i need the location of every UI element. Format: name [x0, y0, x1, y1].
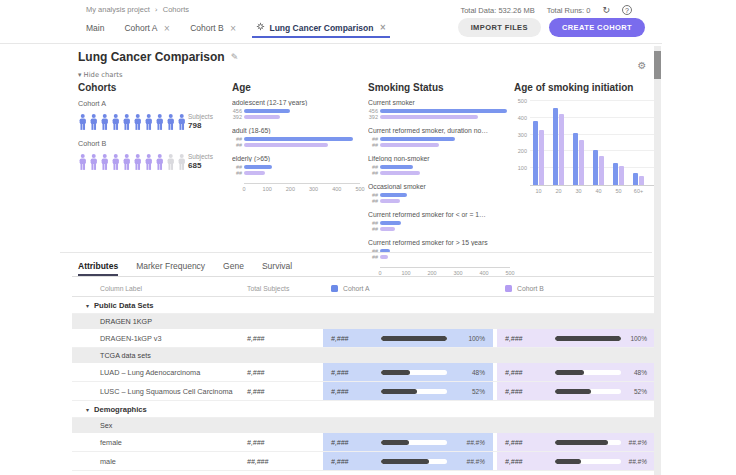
row-label: LUSC – Lung Squamous Cell Carcinoma: [72, 387, 247, 396]
cohort-a-bar: [593, 150, 598, 185]
tab-lung-cancer-comparison[interactable]: Lung Cancer Comparison×: [256, 22, 386, 38]
table-row[interactable]: DRAGEN-1kGP v3#,####,###100%#,###100%: [72, 329, 655, 348]
chart-bar-row: 392: [368, 114, 510, 120]
scrollbar-thumb[interactable]: [654, 51, 661, 79]
table-group-row[interactable]: ▾Public Data Sets: [72, 297, 655, 314]
cohort-a-bar: [380, 193, 407, 198]
cell-percent: 48%: [447, 369, 485, 376]
cohort-row: Subjects685: [78, 151, 228, 173]
cohort-b-legend-swatch: [505, 285, 512, 292]
cohort-b-cell: #,#####.#%: [497, 452, 655, 470]
tab-marker-frequency[interactable]: Marker Frequency: [136, 261, 205, 276]
chart-group-label: Occasional smoker: [368, 183, 510, 190]
breadcrumb: My analysis project › Cohorts: [86, 5, 189, 14]
axis-tick-label: 0: [242, 186, 245, 192]
cohort-a-bar: [613, 163, 618, 185]
chart-bar-row: ##: [368, 170, 510, 176]
vertical-scrollbar[interactable]: [654, 46, 661, 475]
person-icon: [133, 111, 143, 133]
cohort-b-bar: [380, 143, 439, 148]
tab-attributes[interactable]: Attributes: [78, 261, 118, 276]
person-icon: [166, 151, 176, 173]
tab-label: Cohort A: [124, 23, 157, 33]
x-axis-tick-label: 10: [533, 188, 544, 194]
close-tab-icon[interactable]: ×: [379, 23, 386, 32]
cohort-a-bar: [633, 173, 638, 185]
cohort-a-bar: [533, 121, 538, 185]
cohort-b-bar: [380, 227, 395, 232]
table-row[interactable]: female#,####,#####.#%#,#####.#%: [72, 433, 655, 452]
smoking-chart-heading: Smoking Status: [368, 82, 510, 93]
total-subjects-header[interactable]: Total Subjects: [247, 285, 323, 292]
collapse-caret-icon[interactable]: ▾: [86, 302, 89, 309]
tab-gene[interactable]: Gene: [223, 261, 244, 276]
total-runs: Total Runs: 0: [547, 6, 591, 15]
cohort-b-bar: [244, 171, 265, 176]
refresh-icon[interactable]: ↻: [602, 5, 610, 15]
y-axis-tick-label: 500: [518, 98, 527, 104]
chart-group-label: adult (18-65): [232, 127, 364, 134]
cohort-b-bar: [619, 166, 624, 185]
percent-bar-fill: [555, 389, 591, 394]
cohort-b-cell: #,###52%: [497, 382, 655, 400]
tab-survival[interactable]: Survival: [262, 261, 292, 276]
chart-bar-group: [553, 108, 564, 185]
percent-bar-fill: [381, 336, 447, 341]
action-buttons: IMPORT FILES CREATE COHORT: [458, 18, 645, 37]
help-icon[interactable]: ?: [622, 5, 632, 15]
cohort-b-bar: [244, 115, 280, 120]
row-total-subjects: #,###: [247, 369, 323, 376]
percent-bar-track: [381, 370, 447, 375]
hide-charts-toggle[interactable]: ▾ Hide charts: [78, 71, 122, 79]
table-subheader-row: DRAGEN 1KGP: [72, 314, 655, 329]
page-title: Lung Cancer Comparison ✎: [78, 50, 238, 64]
x-axis-tick-label: 40: [593, 188, 604, 194]
cohort-a-cell: #,#####.#%: [323, 433, 493, 451]
tab-cohort-a[interactable]: Cohort A×: [124, 23, 170, 38]
cohort-b-bar: [639, 176, 644, 185]
cohort-b-bar: [559, 114, 564, 185]
cohort-b-bar: [599, 156, 604, 185]
cohort-a-cell: #,###48%: [323, 363, 493, 381]
cohort-name-label: Cohort B: [78, 139, 228, 148]
chart-bar-value: 392: [368, 114, 380, 120]
tab-main[interactable]: Main: [86, 23, 104, 38]
cell-value: #,###: [505, 458, 555, 465]
close-tab-icon[interactable]: ×: [230, 24, 237, 33]
cohort-a-cell: #,#####.#%: [323, 452, 493, 470]
column-label-header[interactable]: Column Label: [72, 285, 247, 292]
axis-tick-label: 500: [355, 186, 364, 192]
percent-bar-fill: [381, 459, 429, 464]
tab-cohort-b[interactable]: Cohort B×: [190, 23, 236, 38]
smoking-status-chart: Smoking Status Current smoker456392Curre…: [368, 82, 510, 278]
edit-title-icon[interactable]: ✎: [231, 52, 239, 62]
breadcrumb-cohorts[interactable]: Cohorts: [163, 5, 189, 14]
topbar-stats: Total Data: 532.26 MB Total Runs: 0 ↻ ?: [460, 5, 632, 15]
cohort-a-cell: #,###52%: [323, 382, 493, 400]
chart-group: Current reformed smoker, duration no…###…: [368, 127, 510, 148]
table-row[interactable]: LUSC – Lung Squamous Cell Carcinoma#,###…: [72, 382, 655, 401]
cell-value: #,###: [331, 335, 381, 342]
row-total-subjects: #,###: [247, 439, 323, 446]
row-label: DRAGEN-1kGP v3: [72, 334, 247, 343]
breadcrumb-project[interactable]: My analysis project: [86, 5, 150, 14]
close-tab-icon[interactable]: ×: [164, 24, 171, 33]
table-group-row[interactable]: ▾Demographics: [72, 401, 655, 418]
import-files-button[interactable]: IMPORT FILES: [458, 18, 541, 37]
chart-bar-row: 392: [232, 114, 364, 120]
chart-group-label: adolescent (12-17 years): [232, 99, 364, 106]
chart-group-label: Current reformed smoker for > 15 years: [368, 239, 510, 246]
percent-bar-fill: [555, 440, 608, 445]
chart-x-axis: 0100200300400500: [244, 183, 360, 194]
cohort-b-bar: [244, 143, 328, 148]
table-row[interactable]: male##,####,#####.#%#,#####.#%: [72, 452, 655, 471]
chart-bar-group: [593, 150, 604, 185]
chart-settings-gear-icon[interactable]: ⚙: [636, 60, 648, 72]
person-icon: [133, 151, 143, 173]
person-icon: [122, 111, 132, 133]
table-row[interactable]: LUAD – Lung Adenocarcinoma#,####,###48%#…: [72, 363, 655, 382]
subjects-count: 798: [188, 121, 213, 130]
collapse-caret-icon[interactable]: ▾: [86, 406, 89, 413]
person-icon: [89, 151, 99, 173]
create-cohort-button[interactable]: CREATE COHORT: [549, 18, 645, 37]
